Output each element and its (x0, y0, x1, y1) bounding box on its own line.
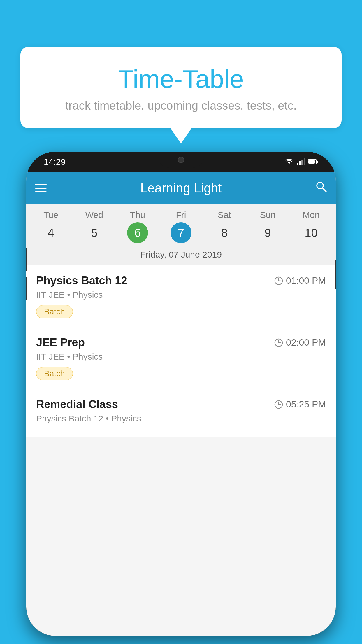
calendar-days-row: Tue4Wed5Thu6Fri7Sat8Sun9Mon10 (26, 210, 336, 246)
calendar-day-4[interactable]: Tue4 (32, 210, 70, 243)
clock-icon (274, 276, 283, 285)
speech-bubble: Time-Table track timetable, upcoming cla… (20, 47, 342, 128)
day-number[interactable]: 4 (40, 222, 61, 243)
search-icon[interactable] (315, 181, 327, 195)
svg-rect-4 (304, 158, 305, 165)
calendar-day-6[interactable]: Thu6 (119, 210, 157, 243)
schedule-item-subtitle: Physics Batch 12 • Physics (36, 414, 326, 424)
schedule-item[interactable]: JEE Prep 02:00 PMIIT JEE • PhysicsBatch (26, 327, 336, 389)
schedule-list: Physics Batch 12 01:00 PMIIT JEE • Physi… (26, 265, 336, 437)
day-number[interactable]: 9 (257, 222, 278, 243)
schedule-item-header: JEE Prep 02:00 PM (36, 336, 326, 349)
app-bar-title: Learning Light (140, 181, 222, 195)
time-text: 05:25 PM (286, 399, 326, 410)
svg-rect-8 (35, 184, 47, 185)
day-name: Thu (130, 210, 145, 220)
speech-bubble-subtitle: track timetable, upcoming classes, tests… (35, 99, 327, 112)
svg-rect-10 (35, 191, 47, 192)
schedule-item-time: 05:25 PM (274, 399, 326, 410)
volume-up-button (26, 248, 27, 271)
power-button (335, 260, 336, 289)
clock-icon (274, 400, 283, 409)
schedule-item-header: Remedial Class 05:25 PM (36, 398, 326, 411)
menu-icon[interactable] (35, 182, 47, 195)
status-time: 14:29 (44, 157, 66, 167)
speech-bubble-container: Time-Table track timetable, upcoming cla… (20, 47, 342, 128)
calendar-day-10[interactable]: Mon10 (292, 210, 330, 243)
schedule-item-title: Physics Batch 12 (36, 274, 127, 287)
phone-notch (158, 152, 204, 168)
svg-rect-3 (301, 160, 303, 165)
svg-rect-9 (35, 188, 47, 189)
day-name: Sat (218, 210, 231, 220)
schedule-item[interactable]: Remedial Class 05:25 PMPhysics Batch 12 … (26, 389, 336, 437)
day-number[interactable]: 8 (214, 222, 235, 243)
clock-icon (274, 338, 283, 347)
day-name: Mon (303, 210, 319, 220)
day-name: Wed (85, 210, 103, 220)
battery-icon (308, 159, 318, 165)
volume-down-button (26, 277, 27, 300)
calendar-selected-date: Friday, 07 June 2019 (26, 246, 336, 265)
svg-line-12 (322, 188, 326, 192)
calendar-day-7[interactable]: Fri7 (162, 210, 200, 243)
schedule-item-header: Physics Batch 12 01:00 PM (36, 274, 326, 287)
batch-badge: Batch (36, 367, 73, 380)
calendar-strip: Tue4Wed5Thu6Fri7Sat8Sun9Mon10 Friday, 07… (26, 204, 336, 265)
time-text: 01:00 PM (286, 275, 326, 286)
svg-rect-6 (317, 161, 318, 163)
time-text: 02:00 PM (286, 337, 326, 348)
batch-badge: Batch (36, 305, 73, 318)
status-icons (284, 158, 318, 165)
day-number[interactable]: 5 (84, 222, 105, 243)
calendar-day-9[interactable]: Sun9 (249, 210, 287, 243)
calendar-day-5[interactable]: Wed5 (75, 210, 113, 243)
app-bar: Learning Light (26, 172, 336, 204)
signal-icon (297, 158, 305, 165)
day-name: Fri (176, 210, 186, 220)
svg-rect-2 (299, 161, 301, 165)
phone-frame: 14:29 (26, 152, 336, 636)
phone-screen: Learning Light Tue4Wed5Thu6Fri7Sat8Sun9M… (26, 172, 336, 636)
schedule-item-title: JEE Prep (36, 336, 85, 349)
schedule-item-time: 02:00 PM (274, 337, 326, 348)
phone-camera (178, 157, 184, 163)
wifi-icon (284, 158, 294, 165)
day-name: Sun (260, 210, 275, 220)
day-number[interactable]: 6 (127, 222, 148, 243)
speech-bubble-title: Time-Table (35, 64, 327, 94)
schedule-item-subtitle: IIT JEE • Physics (36, 352, 326, 362)
svg-rect-1 (297, 163, 298, 165)
schedule-item-title: Remedial Class (36, 398, 118, 411)
schedule-item[interactable]: Physics Batch 12 01:00 PMIIT JEE • Physi… (26, 265, 336, 327)
schedule-item-time: 01:00 PM (274, 275, 326, 286)
svg-marker-0 (288, 162, 290, 164)
svg-rect-7 (308, 160, 315, 164)
day-number[interactable]: 10 (301, 222, 321, 243)
day-name: Tue (43, 210, 58, 220)
schedule-item-subtitle: IIT JEE • Physics (36, 290, 326, 300)
phone-status-bar: 14:29 (26, 152, 336, 172)
calendar-day-8[interactable]: Sat8 (205, 210, 243, 243)
day-number[interactable]: 7 (171, 222, 191, 243)
